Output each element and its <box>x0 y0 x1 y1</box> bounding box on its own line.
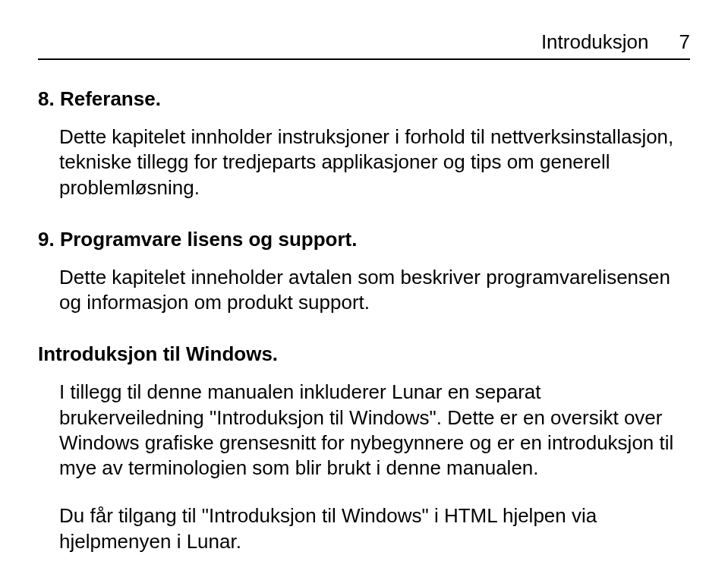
page-header: Introduksjon 7 <box>38 30 690 60</box>
section-8-body: Dette kapitelet innholder instruksjoner … <box>59 125 690 200</box>
section-intro-windows-body-2: Du får tilgang til "Introduksjon til Win… <box>59 503 690 554</box>
section-8-title: 8. Referanse. <box>38 87 690 111</box>
page-number: 7 <box>679 30 690 54</box>
running-title: Introduksjon <box>541 30 649 54</box>
section-intro-windows-title: Introduksjon til Windows. <box>38 342 690 366</box>
section-9-body: Dette kapitelet inneholder avtalen som b… <box>59 265 690 316</box>
section-9-title: 9. Programvare lisens og support. <box>38 228 690 251</box>
section-intro-windows-body-1: I tillegg til denne manualen inkluderer … <box>59 380 690 481</box>
